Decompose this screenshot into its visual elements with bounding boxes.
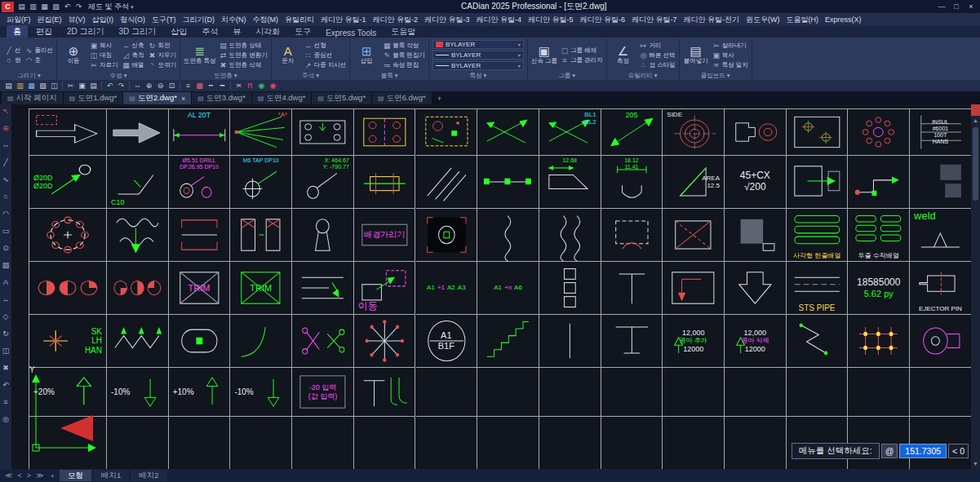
- clipboard-paste-button[interactable]: ▤붙여넣기: [683, 45, 709, 64]
- scroll-down-arrow[interactable]: ▼: [971, 459, 980, 469]
- zoom-extents-icon[interactable]: ⊡: [166, 81, 177, 91]
- minimize-button[interactable]: —: [934, 2, 949, 11]
- doc-tab-5[interactable]: ▤도면5.dwg*: [312, 92, 372, 104]
- block-insert-button[interactable]: ⊞삽입: [353, 45, 379, 64]
- draw-polyline-button[interactable]: ∿폴리선: [25, 46, 54, 55]
- ribbon-group-label-block[interactable]: 블록 ▾: [353, 71, 425, 80]
- modify-copy-button[interactable]: ▣복사: [90, 41, 118, 51]
- menu-item-20[interactable]: Express(X): [822, 15, 865, 24]
- ribbon-group-label-clipboard[interactable]: 클립보드 ▾: [683, 71, 748, 80]
- command-at-symbol[interactable]: @: [881, 444, 898, 458]
- vertical-scrollbar[interactable]: ▲ ▼: [971, 104, 980, 469]
- utilities-measure-button[interactable]: ∠측정: [610, 45, 636, 64]
- ribbon-group-label-utilities[interactable]: 유틸리티 ▾: [610, 71, 676, 80]
- command-coordinate-input[interactable]: 151.7305: [899, 444, 947, 458]
- ribbon-tab-0[interactable]: 홈: [7, 25, 28, 38]
- lineweight-control[interactable]: BYLAYER▾: [432, 61, 524, 70]
- menu-item-3[interactable]: 삽입(I): [89, 15, 118, 25]
- command-prompt[interactable]: 메뉴를 선택하세요:: [792, 443, 880, 459]
- undo-icon[interactable]: ↶: [104, 81, 115, 91]
- print-icon[interactable]: ▧: [51, 2, 61, 11]
- layers-layer-properties-button[interactable]: ≣도면층 특성: [184, 45, 216, 64]
- mirror-icon[interactable]: ◫: [2, 347, 10, 355]
- layout-tab-2[interactable]: 배치2: [131, 470, 166, 481]
- open-file-icon[interactable]: ▥: [15, 81, 25, 91]
- menu-item-7[interactable]: 치수(N): [218, 15, 250, 25]
- plot-icon[interactable]: ▧: [38, 81, 48, 91]
- app-logo-icon[interactable]: C: [2, 2, 14, 12]
- command-angle-input[interactable]: < 0: [948, 444, 969, 458]
- linetype-control[interactable]: BYLAYER▾: [432, 51, 524, 60]
- menu-item-6[interactable]: 그리기(D): [180, 15, 219, 25]
- draw-line-button[interactable]: ╱선: [5, 46, 21, 55]
- menu-item-18[interactable]: 윈도우(W): [743, 15, 783, 25]
- layout-tab-1[interactable]: 배치1: [93, 470, 129, 481]
- clipboard-copy-clip-button[interactable]: ▣복사: [712, 51, 748, 60]
- layers-layer-delete-button[interactable]: ✖도면층 삭제: [220, 60, 268, 70]
- arc-icon[interactable]: ◠: [2, 210, 9, 218]
- color-control[interactable]: BYLAYER▾: [432, 40, 524, 49]
- erase-icon[interactable]: ✖: [2, 365, 9, 372]
- annotation-text-button[interactable]: A문자: [275, 45, 301, 64]
- layout-tab-0[interactable]: 모형: [60, 470, 91, 481]
- hatch-icon[interactable]: ▨: [2, 262, 10, 269]
- ribbon-tab-3[interactable]: 3D 그리기: [113, 25, 163, 38]
- doc-tab-1[interactable]: ▤도면1.dwg*: [64, 92, 124, 104]
- utilities-quick-select-button[interactable]: ◎빠른 선택: [640, 51, 676, 60]
- ribbon-tab-8[interactable]: 도구: [288, 25, 317, 38]
- workspace-switcher[interactable]: 제도 및 주석▾: [88, 2, 134, 12]
- layers-layer-states-button[interactable]: ▤도면층 상태: [220, 41, 268, 51]
- status-red-icon[interactable]: ◉: [268, 81, 278, 91]
- ribbon-group-label-modify[interactable]: 수정 ▾: [60, 71, 176, 80]
- menu-item-14[interactable]: 캐디안 유틸-5: [525, 15, 577, 25]
- menu-item-19[interactable]: 도움말(H): [783, 15, 823, 25]
- zoom-out-icon[interactable]: ⊖: [155, 81, 166, 91]
- pan-icon[interactable]: ⇔: [132, 81, 143, 91]
- utilities-distance-button[interactable]: ↦거리: [640, 41, 676, 51]
- rectangle-icon[interactable]: ▭: [2, 228, 10, 235]
- lineweight-icon[interactable]: ━: [217, 81, 228, 91]
- scrollbar-thumb[interactable]: [973, 127, 978, 201]
- modify-move-button[interactable]: ⊕이동: [60, 45, 86, 64]
- last-layout-button[interactable]: ≫: [34, 471, 45, 480]
- polyline-icon[interactable]: ∿: [2, 176, 9, 184]
- layers-icon[interactable]: ≡: [3, 399, 7, 406]
- doc-tab-6[interactable]: ▤도면6.dwg*: [372, 92, 432, 104]
- annotation-linear-dimension-button[interactable]: ↔선형: [304, 41, 347, 51]
- color-swatch-icon[interactable]: ▩: [194, 81, 205, 91]
- add-layout-button[interactable]: +: [47, 471, 58, 480]
- modify-erase-button[interactable]: ✖지우기: [149, 51, 177, 60]
- menu-item-12[interactable]: 캐디안 유틸-3: [421, 15, 473, 25]
- ribbon-group-label-group[interactable]: 그룹 ▾: [531, 71, 603, 80]
- menu-item-2[interactable]: 뷰(V): [65, 15, 89, 25]
- ribbon-tab-7[interactable]: 시각화: [249, 25, 286, 38]
- menu-item-17[interactable]: 캐디안 유틸-전기: [681, 15, 743, 25]
- menu-item-8[interactable]: 수정(M): [250, 15, 282, 25]
- save-file-icon[interactable]: ▦: [39, 2, 50, 11]
- redo-icon[interactable]: ↷: [73, 2, 84, 11]
- zoom-in-icon[interactable]: ⊕: [144, 81, 154, 91]
- doc-tab-3[interactable]: ▤도면3.dwg*: [192, 92, 252, 104]
- menu-item-0[interactable]: 파일(F): [3, 15, 34, 25]
- linetype-icon[interactable]: ╍: [206, 81, 216, 91]
- annotation-centerline-button[interactable]: ∷중심선: [304, 51, 347, 60]
- block-block-create-button[interactable]: ▦블록 작성: [383, 41, 425, 51]
- group-group-manager-button[interactable]: ≡그룹 관리자: [561, 55, 603, 65]
- ribbon-tab-1[interactable]: 편집: [29, 25, 59, 38]
- move-icon[interactable]: ◇: [3, 313, 9, 321]
- line-icon[interactable]: ╱: [3, 159, 7, 166]
- menu-item-10[interactable]: 캐디안 유틸-1: [317, 15, 370, 25]
- new-file-icon[interactable]: ▤: [3, 81, 14, 91]
- ribbon-tab-9[interactable]: Express Tools: [319, 28, 383, 38]
- draw-arc-button[interactable]: ◠호: [25, 55, 54, 65]
- layers-layer-translator-button[interactable]: ⇄도면층 변환기: [220, 51, 268, 60]
- annotation-multileader-button[interactable]: ↗다중 지시선: [304, 60, 347, 70]
- new-file-icon[interactable]: ▤: [16, 2, 27, 11]
- menu-item-5[interactable]: 도구(T): [149, 15, 180, 25]
- modify-rotate-button[interactable]: ↻회전: [149, 41, 177, 51]
- menu-item-1[interactable]: 편집(E): [34, 15, 65, 25]
- group-quick-group-button[interactable]: ▣신속 그룹: [531, 45, 557, 64]
- draw-circle-button[interactable]: ○원: [5, 55, 21, 65]
- ribbon-tab-10[interactable]: 도움말: [384, 25, 422, 38]
- modify-array-button[interactable]: ▦배열: [122, 60, 144, 70]
